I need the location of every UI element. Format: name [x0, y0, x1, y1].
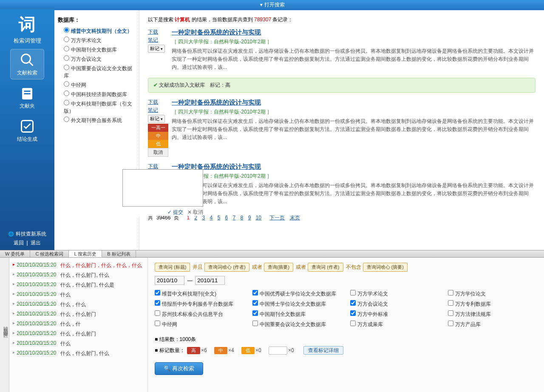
research-button[interactable]: 再次检索: [155, 362, 203, 375]
database-option[interactable]: 中经网: [58, 80, 136, 90]
page-link[interactable]: 7: [233, 215, 236, 221]
bottom-tab[interactable]: W 委托单: [0, 250, 30, 257]
query-pill[interactable]: 查询词 (标题): [155, 263, 190, 272]
history-row[interactable]: 2010/10/20/15:20什么，什么: [13, 301, 144, 308]
history-row[interactable]: 2010/10/20/15:20什么，什么射门, 什么是: [13, 281, 144, 289]
database-option[interactable]: 中国科技经济新闻数据库: [58, 90, 136, 99]
view-tag-detail[interactable]: 查看标记详细: [303, 346, 343, 355]
db-checkbox[interactable]: 万方学位论文: [448, 290, 537, 298]
system-title: 科技查新系统: [0, 230, 54, 238]
bottom-tab[interactable]: B 标记列表: [102, 250, 136, 257]
download-link[interactable]: 下载: [148, 99, 168, 106]
page-next[interactable]: 下一页: [269, 215, 285, 221]
back-link[interactable]: 返回: [14, 240, 24, 246]
result-item: 下载笔记标记一高一中低取消一种定时备份系统的设计与实现［ 四川大学学报：自然科学…: [148, 99, 536, 157]
history-row[interactable]: 2010/10/20/15:20什么，什么射门，什么，什么，什么: [13, 262, 144, 269]
db-checkbox[interactable]: 万方会议论文: [350, 300, 439, 308]
db-checkbox[interactable]: 苏州技术标准公共信息平台: [155, 310, 244, 318]
svg-rect-3: [24, 91, 31, 92]
tag-option-cancel[interactable]: 取消: [148, 148, 168, 157]
db-checkbox[interactable]: 万方专利数据库: [448, 300, 537, 308]
tag-dropdown: 一高一中低取消: [148, 124, 168, 157]
history-row[interactable]: 2010/10/20/15:20什么，什么射门: [13, 311, 144, 318]
history-row[interactable]: 2010/10/20/15:20什么，什么射门, 什么: [13, 350, 144, 357]
note-textarea[interactable]: [122, 169, 203, 207]
tag-option-high[interactable]: 一高一: [148, 124, 168, 132]
database-option[interactable]: 中国重要会议论文全文数据库: [58, 64, 136, 80]
download-link[interactable]: 下载: [148, 28, 168, 36]
database-panel: 数据库： 维普中文科技期刊（全文）万方学术论文中国期刊全文数据库万方会议论文中国…: [54, 10, 139, 250]
history-row[interactable]: 2010/10/20/15:20什么，什么射门: [13, 330, 144, 338]
tag-option-low[interactable]: 低: [148, 140, 168, 148]
db-checkbox[interactable]: 万方法律法规库: [448, 310, 537, 318]
history-row[interactable]: 2010/10/20/15:20什么，什么射门, 什么: [13, 272, 144, 279]
stats-block: ■ 结果数：1000条 ■ 标记数量： 高×6 中×4 低×0 笔记×0 查看标…: [155, 336, 537, 355]
page-link[interactable]: 4: [210, 215, 212, 221]
bottom-tab[interactable]: L 搜索历史: [69, 250, 102, 257]
note-submit[interactable]: ✓ 提交: [167, 209, 183, 215]
date-from[interactable]: [155, 276, 184, 285]
download-link[interactable]: 下载: [148, 163, 168, 170]
badge-high: 高: [187, 347, 200, 354]
top-toggle-bar[interactable]: 打开搜索: [0, 0, 544, 9]
db-checkbox[interactable]: 万方中外标准: [350, 310, 439, 318]
db-checkbox[interactable]: 中国重要会议论文全文数据库: [252, 321, 342, 328]
tag-button[interactable]: 标记: [148, 45, 165, 53]
db-checkbox[interactable]: 维普中文科技期刊(全文): [155, 290, 244, 298]
date-range: —: [155, 276, 537, 285]
pagination: 共39466页 1 2 3 4 5 6 7 8 9 10 下一页 末页: [148, 214, 536, 222]
note-link[interactable]: 笔记: [148, 107, 168, 114]
db-checkbox[interactable]: 情报所中外专利服务平台数据库: [155, 300, 244, 308]
success-message: 文献成功加入文献库 标记：高: [148, 78, 536, 93]
db-checkbox[interactable]: 中国优秀硕士学位论文全文数据库: [252, 290, 342, 298]
query-pill[interactable]: 查询词啥心 (作者): [204, 263, 249, 272]
page-link[interactable]: 9: [248, 215, 251, 221]
db-checkbox[interactable]: 中国博士学位论文全文数据库: [252, 300, 342, 308]
logout-link[interactable]: 退出: [31, 240, 41, 246]
db-checkbox[interactable]: 中国期刊全文数据库: [252, 310, 342, 318]
db-checkbox[interactable]: 万方成果库: [350, 321, 439, 328]
query-pill[interactable]: 查询词 (作者): [308, 263, 343, 272]
database-option[interactable]: 万方会议论文: [58, 54, 136, 64]
tag-button[interactable]: 标记: [148, 115, 165, 123]
result-title[interactable]: 一种定时备份系统的设计与实现: [172, 28, 261, 37]
svg-line-1: [29, 62, 33, 65]
result-source: ［ 四川大学学报：自然科学版-2010年2期 ］: [172, 38, 536, 45]
bottom-tab[interactable]: C 候选检索词: [30, 250, 69, 257]
nav-folder[interactable]: 文献夹: [10, 82, 44, 113]
logo: 词: [19, 13, 36, 36]
query-operator: 不包含: [346, 264, 361, 270]
result-item: 下载笔记标记一种定时备份系统的设计与实现［ 四川大学学报：自然科学版-2010年…: [148, 163, 536, 206]
query-pill[interactable]: 查询词啥心 (摘要): [363, 263, 408, 272]
left-sidebar: 词 检索词管理 文献检索 文献夹 结论生成 科技查新系统 返回 | 退出: [0, 9, 54, 250]
tag-option-mid[interactable]: 中: [148, 132, 168, 140]
svg-rect-4: [24, 93, 31, 94]
history-row[interactable]: 2010/10/20/15:20什么: [13, 291, 144, 298]
page-last[interactable]: 末页: [290, 215, 300, 221]
history-row[interactable]: 2010/10/20/15:20什么: [13, 340, 144, 347]
check-icon: [20, 119, 35, 134]
page-link[interactable]: 6: [225, 215, 228, 221]
note-cancel[interactable]: ✕ 取消: [187, 209, 203, 215]
database-option[interactable]: 维普中文科技期刊（全文）: [58, 26, 136, 36]
nav-search[interactable]: 文献检索: [10, 49, 44, 80]
page-link[interactable]: 10: [256, 215, 261, 221]
database-option[interactable]: 万方学术论文: [58, 36, 136, 45]
date-to[interactable]: [195, 276, 225, 285]
result-abstract: 网络备份系统可以保证在灾难发生后，远地存储设备上仍有本地数据的一份或多份拷贝。将…: [172, 47, 536, 72]
db-checkbox[interactable]: 万方学术论文: [350, 290, 439, 298]
db-checkbox[interactable]: 万方产品库: [448, 321, 537, 328]
note-popup: ✓ 提交 ✕ 取消: [122, 169, 203, 216]
database-option[interactable]: 外文期刊整合服务系统: [58, 116, 136, 125]
nav-conclusion[interactable]: 结论生成: [10, 115, 44, 146]
page-link[interactable]: 8: [241, 215, 244, 221]
badge-note: 笔记: [269, 347, 287, 355]
note-link[interactable]: 笔记: [148, 37, 168, 44]
database-option[interactable]: 中国期刊全文数据库: [58, 45, 136, 54]
page-link[interactable]: 5: [218, 215, 221, 221]
db-checkbox[interactable]: 中经网: [155, 321, 244, 328]
result-title[interactable]: 一种定时备份系统的设计与实现: [172, 99, 261, 107]
query-pill[interactable]: 查询(摘要): [264, 263, 293, 272]
history-row[interactable]: 2010/10/20/15:20什么，什: [13, 321, 144, 328]
database-option[interactable]: 中文科技期刊数据库（引文版）: [58, 99, 136, 116]
